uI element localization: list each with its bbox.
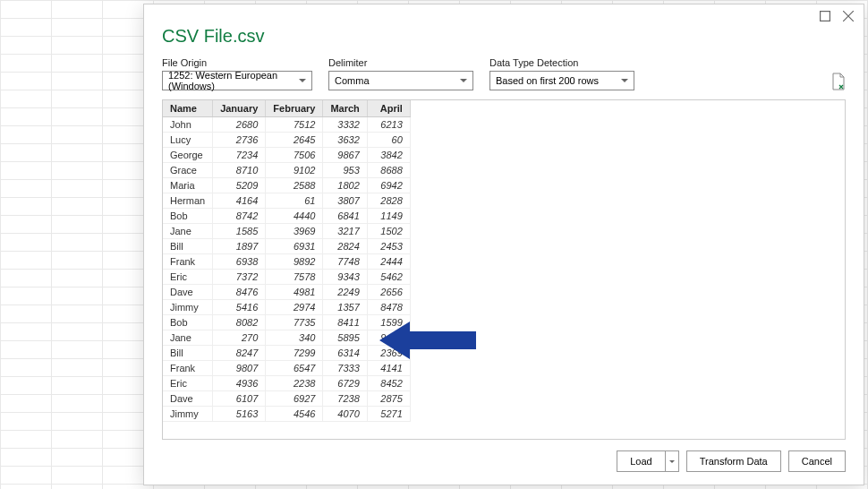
dialog-header: CSV File.csv	[144, 22, 864, 57]
load-split-button: Load	[617, 450, 678, 472]
close-icon[interactable]	[842, 10, 855, 22]
dialog-title: CSV File.csv	[162, 26, 846, 47]
table-row[interactable]: Bill1897693128242453	[163, 239, 410, 254]
data-type-label: Data Type Detection	[489, 57, 634, 68]
transform-data-button[interactable]: Transform Data	[686, 450, 781, 472]
load-button[interactable]: Load	[617, 450, 664, 472]
cancel-button[interactable]: Cancel	[788, 450, 846, 472]
csv-import-dialog: CSV File.csv File Origin 1252: Western E…	[143, 4, 864, 485]
table-row[interactable]: Jimmy5163454640705271	[163, 407, 410, 422]
table-row[interactable]: Frank6938989277482444	[163, 254, 410, 270]
titlebar	[144, 4, 864, 22]
dialog-footer: Load Transform Data Cancel	[144, 440, 864, 485]
table-row[interactable]: Dave8476498122492656	[163, 285, 410, 300]
import-controls: File Origin 1252: Western European (Wind…	[144, 57, 864, 99]
table-row[interactable]: Jimmy5416297413578478	[163, 300, 410, 315]
table-row[interactable]: Eric7372757893435462	[163, 270, 410, 285]
column-header[interactable]: April	[367, 100, 410, 117]
table-row[interactable]: Dave6107692772382875	[163, 391, 410, 407]
table-row[interactable]: Jane1585396932171502	[163, 224, 410, 239]
file-origin-label: File Origin	[162, 57, 312, 68]
column-header[interactable]: January	[213, 100, 266, 117]
data-type-select[interactable]: Based on first 200 rows	[489, 71, 634, 90]
table-row[interactable]: Eric4936223867298452	[163, 376, 410, 391]
table-row[interactable]: Lucy27362645363260	[163, 133, 410, 148]
table-row[interactable]: Bob8082773584111599	[163, 315, 410, 330]
load-dropdown-button[interactable]	[665, 450, 679, 472]
svg-rect-0	[821, 12, 830, 21]
table-row[interactable]: Maria5209258818026942	[163, 178, 410, 193]
delimiter-select[interactable]: Comma	[328, 71, 473, 90]
preview-table: NameJanuaryFebruaryMarchApril John268075…	[163, 100, 411, 422]
delimiter-label: Delimiter	[328, 57, 473, 68]
table-row[interactable]: George7234750698673842	[163, 148, 410, 163]
maximize-icon[interactable]	[819, 10, 831, 22]
file-origin-select[interactable]: 1252: Western European (Windows)	[162, 71, 312, 90]
column-header[interactable]: February	[266, 100, 323, 117]
column-header[interactable]: Name	[163, 100, 213, 117]
table-row[interactable]: Bill8247729963142369	[163, 346, 410, 361]
table-row[interactable]: Grace871091029538688	[163, 163, 410, 178]
preview-pane[interactable]: NameJanuaryFebruaryMarchApril John268075…	[162, 99, 846, 440]
schema-icon[interactable]	[831, 73, 846, 90]
table-row[interactable]: Frank9807654773334141	[163, 361, 410, 376]
table-row[interactable]: John2680751233326213	[163, 117, 410, 133]
table-row[interactable]: Herman41646138072828	[163, 193, 410, 209]
table-row[interactable]: Jane27034058959492	[163, 330, 410, 346]
table-row[interactable]: Bob8742444068411149	[163, 209, 410, 224]
column-header[interactable]: March	[323, 100, 367, 117]
